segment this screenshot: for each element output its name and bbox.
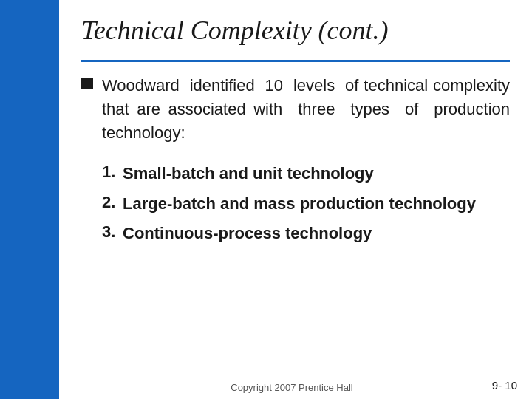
list-number-1: 1.: [102, 163, 123, 182]
bullet-text: Woodward identified 10 levels of technic…: [102, 74, 510, 145]
main-bullet: Woodward identified 10 levels of technic…: [81, 74, 510, 145]
list-text-3: Continuous-process technology: [123, 222, 372, 245]
slide: Technical Complexity (cont.) Woodward id…: [0, 0, 532, 399]
page-number: 9- 10: [492, 379, 517, 392]
footer: Copyright 2007 Prentice Hall: [59, 376, 532, 399]
slide-title: Technical Complexity (cont.): [81, 15, 510, 47]
title-underline: [81, 60, 510, 62]
list-number-3: 3.: [102, 222, 123, 242]
bullet-square-icon: [81, 78, 93, 89]
blue-sidebar: [0, 0, 59, 399]
numbered-list: 1. Small-batch and unit technology 2. La…: [102, 163, 510, 253]
list-text-1: Small-batch and unit technology: [123, 163, 374, 185]
main-content: Woodward identified 10 levels of technic…: [81, 74, 510, 361]
list-item: 1. Small-batch and unit technology: [102, 163, 510, 185]
list-text-2: Large-batch and mass production technolo…: [123, 193, 476, 216]
list-item: 2. Large-batch and mass production techn…: [102, 193, 510, 216]
list-number-2: 2.: [102, 193, 123, 212]
copyright-text: Copyright 2007 Prentice Hall: [231, 382, 352, 393]
list-item: 3. Continuous-process technology: [102, 222, 510, 245]
content-area: Technical Complexity (cont.) Woodward id…: [59, 0, 532, 376]
